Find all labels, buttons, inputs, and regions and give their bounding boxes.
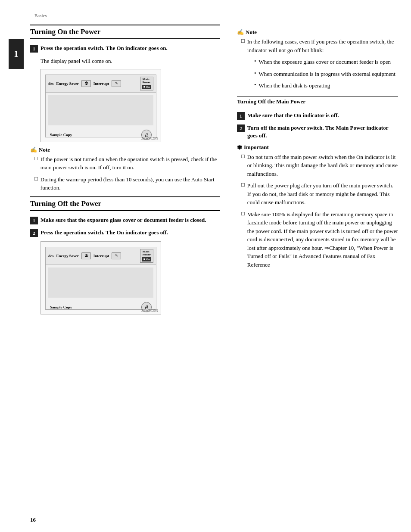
step2-2-block: 2 Press the operation switch. The On ind… — [30, 229, 220, 237]
important-label: Important — [244, 144, 269, 151]
note2-bullet-text-1: When the exposure glass cover or documen… — [259, 58, 391, 66]
on-indicator-1: ■ On — [142, 85, 151, 89]
device-inner-1: des Energy Saver ⏻ Interrupt ✎ MainPower… — [45, 75, 156, 137]
important-icon: ✾ — [237, 144, 242, 151]
note2-bullet-item-1: • When the exposure glass cover or docum… — [250, 58, 398, 66]
note2-icon: ✍ — [237, 29, 244, 36]
device-image-1: des Energy Saver ⏻ Interrupt ✎ MainPower… — [40, 69, 161, 142]
toolbar-label-des-1: des — [48, 81, 54, 86]
important-bullet-2: □ — [241, 181, 245, 207]
important-text-2: Pull out the power plug after you turn o… — [247, 181, 398, 207]
toolbar-btn-interrupt-2: ✎ — [112, 252, 121, 259]
note1-icon: ✍ — [30, 146, 37, 153]
step1-text: Press the operation switch. The On indic… — [40, 44, 168, 53]
step2-1-number: 1 — [30, 217, 38, 224]
toolbar-label-energy-2: Energy Saver — [56, 254, 79, 258]
toolbar-label-des-2: des — [48, 254, 54, 258]
breadcrumb: Basics — [34, 13, 47, 18]
step-r2-text: Turn off the main power switch. The Main… — [247, 124, 398, 140]
sample-copy-label-2: Sample Copy — [50, 305, 72, 309]
note1-item-2: □ During the warm-up period (less than 1… — [30, 175, 220, 192]
toolbar-btn-energy-2: ⏻ — [81, 252, 91, 259]
step1-number: 1 — [30, 45, 38, 53]
important-text-3: Make sure 100% is displayed for the rema… — [247, 210, 398, 269]
step2-2-number: 2 — [30, 229, 38, 237]
important-bullet-1: □ — [241, 153, 245, 178]
step2-2-text: Press the operation switch. The On indic… — [40, 229, 168, 237]
step2-1-text: Make sure that the exposure glass cover … — [40, 216, 206, 224]
toolbar-label-interrupt-1: Interrupt — [93, 81, 109, 86]
on-indicator-2: ■ On — [142, 257, 151, 261]
note1-text-2: During the warm-up period (less than 10 … — [40, 175, 220, 192]
toolbar-label-energy-1: Energy Saver — [56, 81, 79, 86]
important-item-3: □ Make sure 100% is displayed for the re… — [237, 210, 398, 269]
device-image-2: des Energy Saver ⏻ Interrupt ✎ MainPower… — [40, 241, 161, 314]
note1-section: ✍ Note □ If the power is not turned on w… — [30, 146, 220, 192]
step-r1-block: 1 Make sure that the On indicator is off… — [237, 112, 398, 120]
power-btn-label-2: MainPower — [143, 250, 151, 257]
page: Basics 1 Turning On the Power 1 Press th… — [0, 0, 411, 532]
device-toolbar-1: des Energy Saver ⏻ Interrupt ✎ MainPower… — [46, 75, 156, 93]
note2-bullet-item-3: • When the hard disk is operating — [250, 81, 398, 90]
content-wrapper: Turning On the Power 1 Press the operati… — [0, 25, 411, 318]
device-toolbar-2: des Energy Saver ⏻ Interrupt ✎ MainPower… — [46, 247, 156, 265]
energy-icon-2: ⏻ — [84, 254, 88, 258]
step1-block: 1 Press the operation switch. The On ind… — [30, 44, 220, 53]
note2-bullet-text-3: When the hard disk is operating — [259, 81, 330, 90]
step-r1-text: Make sure that the On indicator is off. — [247, 112, 339, 120]
note1-item-1: □ If the power is not turned on when the… — [30, 155, 220, 172]
energy-icon-1: ⏻ — [84, 81, 88, 85]
note2-intro-text: In the following cases, even if you pres… — [247, 37, 398, 54]
interrupt-icon-1: ✎ — [115, 81, 118, 85]
right-column: ✍ Note □ In the following cases, even if… — [228, 25, 398, 318]
chapter-tab: 1 — [9, 39, 24, 69]
toolbar-btn-interrupt-1: ✎ — [112, 80, 121, 87]
step-r2-block: 2 Turn off the main power switch. The Ma… — [237, 124, 398, 140]
power-btn-area-1: MainPower ■ On — [140, 77, 153, 90]
important-bullet-3: □ — [241, 210, 245, 269]
important-text-1: Do not turn off the main power switch wh… — [247, 153, 398, 178]
note2-intro-bullet: □ — [241, 37, 245, 54]
left-column: Turning On the Power 1 Press the operati… — [30, 25, 228, 318]
step-r2-number: 2 — [237, 124, 245, 132]
zew-code-1: ZEW5020N — [141, 137, 158, 140]
note2-bullet-sym-2: • — [254, 70, 256, 78]
page-number: 16 — [30, 516, 36, 523]
step1-body: The display panel will come on. — [40, 57, 220, 65]
device-copy-section-1: Sample Copy 🖨 — [46, 128, 156, 142]
step-r1-number: 1 — [237, 112, 245, 120]
header-bar: Basics — [0, 13, 411, 20]
device-screen-2 — [48, 268, 153, 298]
power-btn-label-1: MainPower — [143, 78, 151, 84]
device-screen-1 — [48, 95, 153, 125]
toolbar-btn-energy-1: ⏻ — [81, 80, 91, 87]
note1-text-1: If the power is not turned on when the o… — [40, 155, 220, 172]
device-copy-section-2: Sample Copy 🖨 — [46, 300, 156, 314]
note2-header: ✍ Note — [237, 29, 398, 36]
note2-bullet-item-2: • When communication is in progress with… — [250, 70, 398, 78]
section2-title: Turning Off the Power — [30, 196, 220, 211]
step2-1-block: 1 Make sure that the exposure glass cove… — [30, 216, 220, 224]
note2-intro-item: □ In the following cases, even if you pr… — [237, 37, 398, 54]
important-section: ✾ Important □ Do not turn off the main p… — [237, 144, 398, 269]
section1-title: Turning On the Power — [30, 25, 220, 39]
note2-bullets: • When the exposure glass cover or docum… — [237, 58, 398, 90]
important-item-2: □ Pull out the power plug after you turn… — [237, 181, 398, 207]
note2-section: ✍ Note □ In the following cases, even if… — [237, 29, 398, 90]
note2-bullet-sym-1: • — [254, 58, 256, 66]
important-item-1: □ Do not turn off the main power switch … — [237, 153, 398, 178]
page-footer: 16 — [30, 516, 36, 523]
note2-bullet-sym-3: • — [254, 81, 256, 90]
note1-header: ✍ Note — [30, 146, 220, 153]
important-header: ✾ Important — [237, 144, 398, 151]
interrupt-icon-2: ✎ — [115, 254, 118, 258]
zew-code-2: ZEW5020N — [141, 309, 158, 313]
sample-copy-label-1: Sample Copy — [50, 133, 72, 137]
subsection-title: Turning Off the Main Power — [237, 96, 398, 107]
note1-bullet-1: □ — [34, 155, 38, 172]
device-inner-2: des Energy Saver ⏻ Interrupt ✎ MainPower… — [45, 247, 156, 310]
toolbar-label-interrupt-2: Interrupt — [93, 254, 109, 258]
power-btn-area-2: MainPower ■ On — [140, 249, 153, 263]
note2-bullet-text-2: When communication is in progress with e… — [259, 70, 395, 78]
note1-bullet-2: □ — [34, 175, 38, 192]
